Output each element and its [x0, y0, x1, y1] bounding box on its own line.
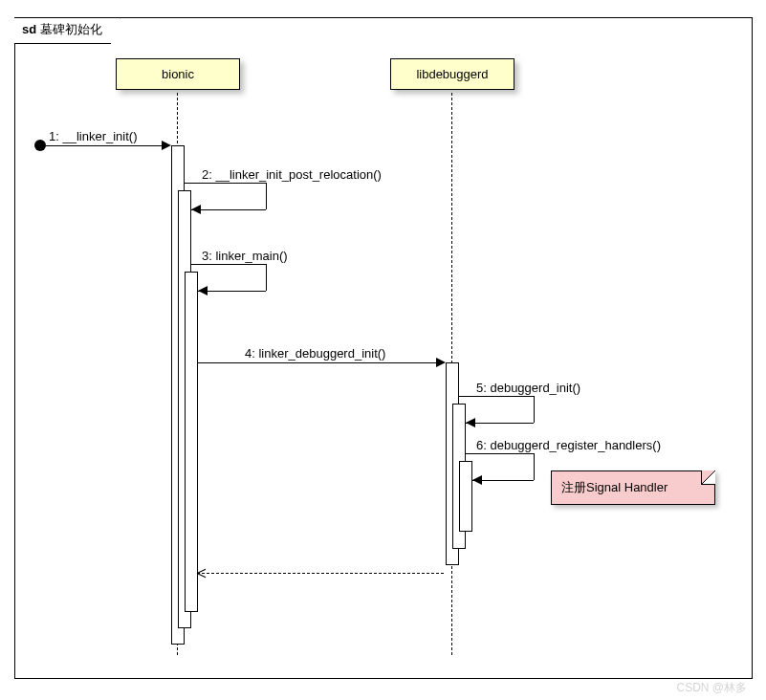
- msg6-label: 6: debuggerd_register_handlers(): [476, 438, 661, 452]
- msg6-vert: [534, 453, 535, 480]
- found-message-dot: [34, 140, 46, 151]
- lifeline-head-bionic: bionic: [116, 58, 240, 90]
- lifeline-label: libdebuggerd: [416, 67, 488, 81]
- msg3-vert: [266, 264, 267, 291]
- msg1-line: [46, 145, 168, 146]
- msg2-out: [184, 183, 266, 184]
- msg4-arrow: [436, 358, 446, 367]
- frame-tab: sd 墓碑初始化: [14, 17, 120, 44]
- msg2-label: 2: __linker_init_post_relocation(): [202, 167, 382, 182]
- note-text: 注册Signal Handler: [561, 480, 668, 494]
- msg5-label: 5: debuggerd_init(): [476, 381, 580, 395]
- note: 注册Signal Handler: [551, 470, 715, 505]
- return-arrow: [197, 568, 207, 578]
- msg2-in: [191, 209, 266, 210]
- msg5-out: [458, 396, 534, 397]
- msg1-arrow: [162, 141, 171, 150]
- msg2-vert: [266, 183, 267, 209]
- msg5-arrow: [466, 418, 475, 427]
- activation-bionic-3: [185, 272, 198, 612]
- msg2-arrow: [191, 205, 201, 214]
- msg6-arrow: [472, 475, 482, 485]
- msg4-line: [197, 362, 444, 363]
- frame-prefix: sd: [22, 22, 36, 36]
- lifeline-label: bionic: [162, 67, 194, 81]
- msg1-label: 1: __linker_init(): [49, 129, 138, 143]
- msg4-label: 4: linker_debuggerd_init(): [245, 346, 385, 361]
- msg3-label: 3: linker_main(): [202, 249, 288, 263]
- msg3-out: [190, 264, 266, 265]
- watermark: CSDN @林多: [676, 680, 747, 696]
- lifeline-head-libdebuggerd: libdebuggerd: [390, 58, 514, 90]
- msg3-arrow: [198, 286, 208, 295]
- return-line: [197, 573, 444, 574]
- msg5-in: [466, 423, 534, 424]
- msg5-vert: [534, 396, 535, 423]
- msg3-in: [198, 291, 266, 292]
- frame-name: 墓碑初始化: [40, 22, 102, 36]
- sequence-frame: sd 墓碑初始化 bionic libdebuggerd 1: __linker…: [14, 17, 753, 679]
- activation-lib-3: [459, 461, 472, 532]
- msg6-out: [465, 453, 534, 454]
